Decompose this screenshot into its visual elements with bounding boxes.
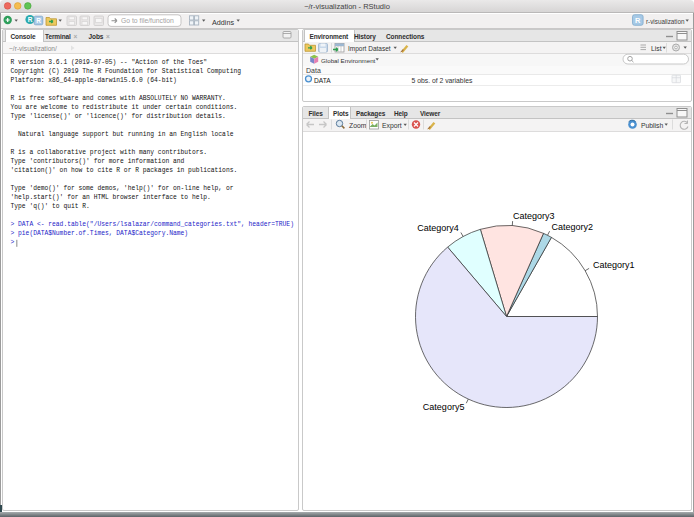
svg-text:Category3: Category3 [513, 211, 555, 221]
svg-text:Category5: Category5 [423, 402, 465, 412]
svg-text:Category2: Category2 [552, 222, 594, 232]
svg-text:Category4: Category4 [417, 223, 459, 233]
svg-text:Category1: Category1 [593, 260, 635, 270]
